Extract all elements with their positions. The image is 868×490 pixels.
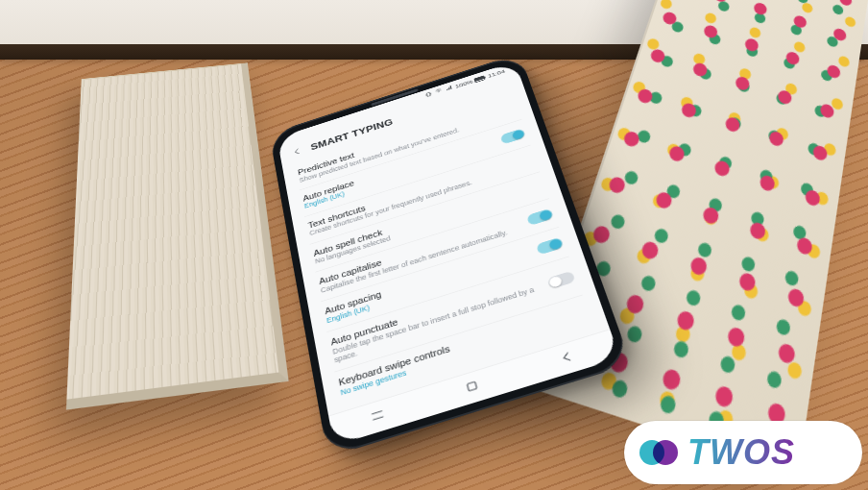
back-nav-icon[interactable] <box>557 348 579 370</box>
recents-icon[interactable] <box>369 405 388 428</box>
twos-logo-badge: TWOS <box>624 421 862 484</box>
back-icon[interactable] <box>291 145 303 159</box>
home-icon[interactable] <box>462 377 482 399</box>
toggle-switch[interactable] <box>547 271 576 290</box>
svg-rect-0 <box>467 381 476 391</box>
toggle-switch[interactable] <box>500 128 526 144</box>
twos-logo-icon <box>639 433 678 472</box>
twos-logo-text: TWOS <box>687 432 795 473</box>
toggle-switch[interactable] <box>526 208 554 227</box>
toggle-switch[interactable] <box>536 237 564 256</box>
